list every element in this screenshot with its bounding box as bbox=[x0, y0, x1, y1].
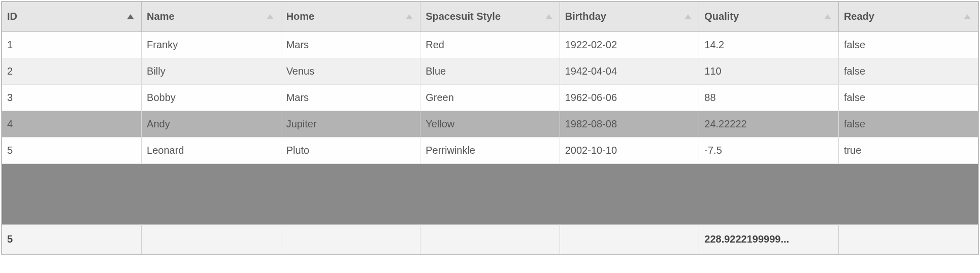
data-grid: ID Name Home bbox=[1, 1, 979, 255]
column-header-id[interactable]: ID bbox=[2, 2, 142, 31]
footer-blank bbox=[281, 224, 420, 254]
column-header-quality[interactable]: Quality bbox=[699, 2, 839, 31]
column-header-spacesuit-style[interactable]: Spacesuit Style bbox=[420, 2, 560, 31]
header-row: ID Name Home bbox=[2, 2, 978, 31]
cell-home[interactable]: Venus bbox=[281, 58, 420, 84]
footer-sum-quality: 228.9222199999... bbox=[699, 224, 839, 254]
cell-ready[interactable]: false bbox=[838, 111, 978, 137]
cell-quality[interactable]: 14.2 bbox=[699, 31, 839, 58]
cell-birthday[interactable]: 2002-10-10 bbox=[560, 137, 699, 163]
svg-marker-6 bbox=[964, 14, 971, 19]
sort-asc-icon bbox=[406, 14, 413, 19]
cell-name[interactable]: Franky bbox=[142, 31, 281, 58]
column-label: Birthday bbox=[565, 11, 606, 22]
cell-spacesuit[interactable]: Perriwinkle bbox=[420, 137, 560, 163]
svg-marker-2 bbox=[406, 14, 413, 19]
cell-quality[interactable]: -7.5 bbox=[699, 137, 839, 163]
sort-asc-icon bbox=[267, 14, 274, 19]
cell-birthday[interactable]: 1982-08-08 bbox=[560, 111, 699, 137]
sort-asc-icon bbox=[964, 14, 971, 19]
cell-birthday[interactable]: 1922-02-02 bbox=[560, 31, 699, 58]
table-row[interactable]: 2 Billy Venus Blue 1942-04-04 110 false bbox=[2, 58, 978, 84]
cell-spacesuit[interactable]: Blue bbox=[420, 58, 560, 84]
cell-id[interactable]: 1 bbox=[2, 31, 142, 58]
cell-ready[interactable]: true bbox=[838, 137, 978, 163]
footer-row: 5 228.9222199999... bbox=[2, 224, 978, 254]
column-label: Spacesuit Style bbox=[426, 11, 501, 22]
column-label: Ready bbox=[844, 11, 874, 22]
svg-marker-0 bbox=[127, 14, 134, 19]
cell-name[interactable]: Bobby bbox=[142, 84, 281, 111]
cell-id[interactable]: 3 bbox=[2, 84, 142, 111]
cell-birthday[interactable]: 1942-04-04 bbox=[560, 58, 699, 84]
svg-marker-5 bbox=[824, 14, 831, 19]
sort-asc-icon bbox=[127, 14, 134, 19]
cell-name[interactable]: Billy bbox=[142, 58, 281, 84]
column-label: Home bbox=[286, 11, 315, 22]
cell-spacesuit[interactable]: Green bbox=[420, 84, 560, 111]
column-header-birthday[interactable]: Birthday bbox=[560, 2, 699, 31]
cell-quality[interactable]: 110 bbox=[699, 58, 839, 84]
cell-ready[interactable]: false bbox=[838, 58, 978, 84]
footer-blank bbox=[560, 224, 699, 254]
cell-ready[interactable]: false bbox=[838, 31, 978, 58]
cell-quality[interactable]: 24.22222 bbox=[699, 111, 839, 137]
cell-home[interactable]: Mars bbox=[281, 31, 420, 58]
column-label: Name bbox=[147, 11, 174, 22]
sort-asc-icon bbox=[824, 14, 831, 19]
sort-asc-icon bbox=[684, 14, 692, 19]
cell-spacesuit[interactable]: Yellow bbox=[420, 111, 560, 137]
cell-id[interactable]: 4 bbox=[2, 111, 142, 137]
svg-marker-4 bbox=[684, 14, 692, 19]
svg-marker-3 bbox=[545, 14, 552, 19]
footer-blank bbox=[838, 224, 978, 254]
column-header-home[interactable]: Home bbox=[281, 2, 420, 31]
column-header-ready[interactable]: Ready bbox=[838, 2, 978, 31]
cell-birthday[interactable]: 1962-06-06 bbox=[560, 84, 699, 111]
footer-blank bbox=[420, 224, 560, 254]
footer-count: 5 bbox=[2, 224, 142, 254]
column-header-name[interactable]: Name bbox=[142, 2, 281, 31]
cell-name[interactable]: Leonard bbox=[142, 137, 281, 163]
cell-home[interactable]: Jupiter bbox=[281, 111, 420, 137]
empty-area bbox=[2, 163, 978, 224]
cell-ready[interactable]: false bbox=[838, 84, 978, 111]
cell-home[interactable]: Mars bbox=[281, 84, 420, 111]
sort-asc-icon bbox=[545, 14, 552, 19]
table-row[interactable]: 1 Franky Mars Red 1922-02-02 14.2 false bbox=[2, 31, 978, 58]
cell-home[interactable]: Pluto bbox=[281, 137, 420, 163]
footer-blank bbox=[142, 224, 281, 254]
svg-marker-1 bbox=[267, 14, 274, 19]
cell-quality[interactable]: 88 bbox=[699, 84, 839, 111]
table-row[interactable]: 5 Leonard Pluto Perriwinkle 2002-10-10 -… bbox=[2, 137, 978, 163]
table-row-selected[interactable]: 4 Andy Jupiter Yellow 1982-08-08 24.2222… bbox=[2, 111, 978, 137]
column-label: ID bbox=[7, 11, 17, 22]
table-row[interactable]: 3 Bobby Mars Green 1962-06-06 88 false bbox=[2, 84, 978, 111]
cell-id[interactable]: 2 bbox=[2, 58, 142, 84]
column-label: Quality bbox=[704, 11, 739, 22]
cell-id[interactable]: 5 bbox=[2, 137, 142, 163]
cell-name[interactable]: Andy bbox=[142, 111, 281, 137]
cell-spacesuit[interactable]: Red bbox=[420, 31, 560, 58]
